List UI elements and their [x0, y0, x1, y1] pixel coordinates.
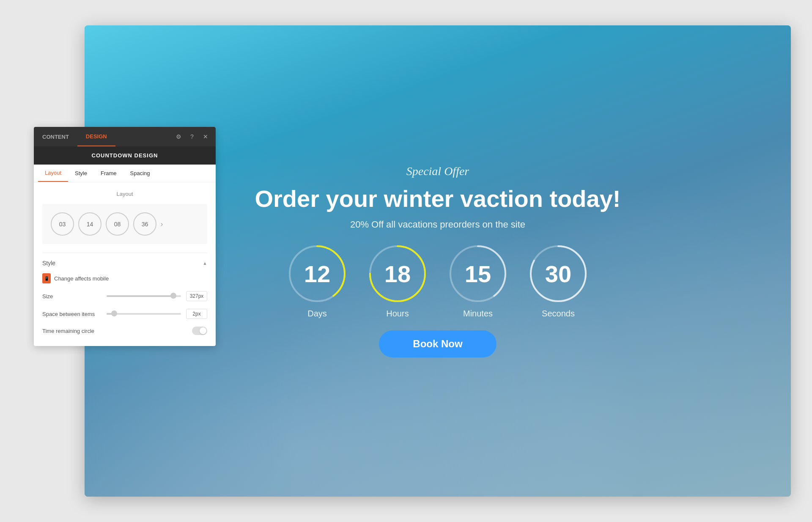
- circle-days: 12: [285, 242, 349, 305]
- panel-header: CONTENT DESIGN ⚙ ? ✕: [34, 127, 216, 146]
- layout-section-label: Layout: [42, 191, 207, 197]
- tab-content-button[interactable]: CONTENT: [34, 127, 77, 146]
- size-value-input[interactable]: [186, 291, 207, 301]
- panel-title: COUNTDOWN DESIGN: [34, 146, 216, 165]
- layout-arrow-right[interactable]: ›: [161, 220, 163, 228]
- size-slider-row: Size: [42, 291, 207, 301]
- size-slider-track[interactable]: [107, 295, 181, 297]
- style-label: Style: [42, 260, 55, 266]
- book-now-button[interactable]: Book Now: [379, 330, 496, 357]
- time-circle-toggle-row: Time remaining circle: [42, 327, 207, 335]
- time-circle-label: Time remaining circle: [42, 328, 94, 334]
- countdown-item-days: 12 Days: [285, 242, 349, 319]
- panel-tabs: Layout Style Frame Spacing: [34, 165, 216, 182]
- layout-circle-1[interactable]: 14: [78, 212, 102, 236]
- close-icon[interactable]: ✕: [201, 132, 210, 141]
- space-slider-row: Space between items: [42, 309, 207, 319]
- layout-circle-3[interactable]: 36: [133, 212, 156, 236]
- layout-circle-2[interactable]: 08: [106, 212, 129, 236]
- sub-heading: 20% Off all vacations preorders on the s…: [350, 219, 525, 230]
- panel-body: Layout 03 14 08 36 › Style ▲ 📱 Change af…: [34, 182, 216, 346]
- space-label: Space between items: [42, 311, 102, 317]
- side-panel: CONTENT DESIGN ⚙ ? ✕ COUNTDOWN DESIGN La…: [34, 127, 216, 346]
- circle-seconds: 30: [527, 242, 590, 305]
- circle-minutes: 15: [446, 242, 510, 305]
- countdown-item-seconds: 30 Seconds: [527, 242, 590, 319]
- minutes-number: 15: [446, 242, 510, 305]
- hours-label: Hours: [386, 309, 409, 319]
- tab-style[interactable]: Style: [68, 165, 94, 182]
- space-slider-track[interactable]: [107, 313, 181, 315]
- gear-icon[interactable]: ⚙: [174, 132, 183, 141]
- countdown-item-minutes: 15 Minutes: [446, 242, 510, 319]
- minutes-label: Minutes: [463, 309, 493, 319]
- hours-number: 18: [366, 242, 429, 305]
- toggle-knob: [200, 327, 206, 334]
- preview-content: Special Offer Order your winter vaction …: [238, 148, 637, 375]
- space-value-input[interactable]: [186, 309, 207, 319]
- mobile-label: Change affects mobile: [54, 275, 109, 282]
- panel-header-icons: ⚙ ? ✕: [174, 132, 216, 141]
- special-offer-text: Special Offer: [406, 165, 469, 178]
- countdown-item-hours: 18 Hours: [366, 242, 429, 319]
- seconds-number: 30: [527, 242, 590, 305]
- mobile-icon: 📱: [42, 273, 51, 283]
- style-section-header: Style ▲: [42, 253, 207, 266]
- time-circle-toggle[interactable]: [192, 327, 207, 335]
- canvas: Special Offer Order your winter vaction …: [0, 0, 812, 522]
- tab-design-button[interactable]: DESIGN: [77, 127, 115, 146]
- countdown-row: 12 Days 18 Hours: [285, 242, 590, 319]
- days-label: Days: [307, 309, 327, 319]
- tab-layout[interactable]: Layout: [38, 165, 68, 182]
- layout-preview: 03 14 08 36 ›: [42, 204, 207, 244]
- circle-hours: 18: [366, 242, 429, 305]
- mobile-row: 📱 Change affects mobile: [42, 273, 207, 283]
- style-collapse-icon[interactable]: ▲: [203, 261, 207, 266]
- question-icon[interactable]: ?: [188, 132, 196, 141]
- main-heading: Order your winter vaction today!: [255, 186, 620, 212]
- size-label: Size: [42, 293, 102, 299]
- seconds-label: Seconds: [542, 309, 575, 319]
- tab-frame[interactable]: Frame: [94, 165, 123, 182]
- days-number: 12: [285, 242, 349, 305]
- tab-spacing[interactable]: Spacing: [123, 165, 157, 182]
- layout-circle-0[interactable]: 03: [51, 212, 74, 236]
